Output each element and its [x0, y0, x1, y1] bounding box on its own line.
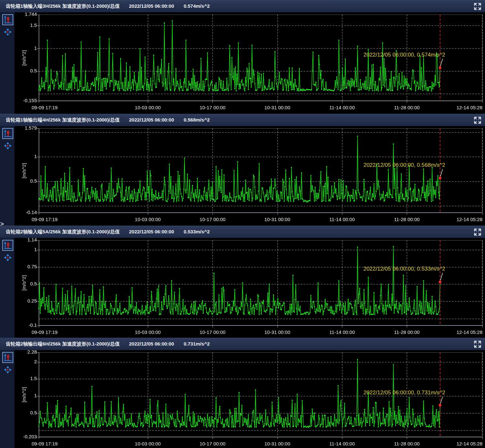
y-axis-unit-label: [m/s^2]	[21, 163, 27, 178]
cursor-annotation: 2022/12/05 06:00:00, 0.731m/s^2	[363, 389, 445, 396]
pan-tool-icon[interactable]	[4, 366, 12, 374]
x-tick-label: 09-09 17:19	[32, 441, 58, 446]
chart-panel-4: 齿轮箱2轴输出端6H/256k 加速度波形(0.1-2000)/总值 2022/…	[0, 338, 485, 448]
x-tick-label: 10-03 00:00	[135, 329, 161, 335]
axis-scale-tool-icon[interactable]	[2, 352, 13, 363]
x-tick-label: 12-14 05:28	[457, 105, 482, 110]
chart-title-bar: 齿轮箱2轴输出端6H/256k 加速度波形(0.1-2000)/总值 2022/…	[0, 338, 485, 350]
trend-plot-canvas[interactable]	[0, 114, 485, 226]
chart-current-value: 0.568m/s^2	[184, 117, 210, 123]
chart-timestamp: 2022/12/05 06:00:00	[129, 229, 174, 234]
y-tick-label: -0.14	[0, 209, 37, 215]
x-tick-label: 12-14 05:28	[457, 329, 482, 335]
x-tick-label: 10-17 00:00	[199, 105, 225, 110]
cursor-annotation: 2022/12/05 06:00:00, 0.568m/s^2	[363, 162, 445, 168]
chart-timestamp: 2022/12/05 06:00:00	[129, 117, 174, 123]
x-tick-label: 10-03 00:00	[135, 441, 161, 446]
x-tick-label: 12-14 05:28	[457, 217, 482, 222]
x-tick-label: 11-28 00:00	[394, 441, 420, 446]
x-tick-label: 10-17 00:00	[199, 329, 225, 335]
x-tick-label: 11-14 00:00	[329, 329, 355, 335]
x-tick-label: 09-09 17:19	[32, 217, 58, 222]
x-tick-label: 10-17 00:00	[199, 441, 225, 446]
y-tick-label: 0.75	[0, 264, 37, 269]
y-tick-label: 1.5	[0, 376, 37, 381]
expand-icon[interactable]	[473, 116, 482, 124]
y-tick-label: -0.203	[0, 434, 37, 439]
pan-tool-icon[interactable]	[4, 142, 12, 150]
cursor-annotation: 2022/12/05 06:00:00, 0.533m/s^2	[363, 266, 445, 272]
axis-scale-tool-icon[interactable]	[2, 240, 13, 251]
chart-panel-3: 齿轮箱2轴输入端5A/256k 加速度波形(0.1-2000)/总值 2022/…	[0, 226, 485, 338]
axis-scale-tool-icon[interactable]	[2, 14, 13, 25]
x-tick-label: 10-17 00:00	[199, 217, 225, 222]
chart-timestamp: 2022/12/05 06:00:00	[129, 341, 174, 347]
x-tick-label: 10-31 00:00	[264, 441, 290, 446]
chart-current-value: 0.533m/s^2	[184, 229, 210, 234]
y-tick-label: 0.5	[0, 178, 37, 184]
x-tick-label: 10-03 00:00	[135, 105, 161, 110]
trend-plot-canvas[interactable]	[0, 226, 485, 338]
pan-tool-icon[interactable]	[4, 28, 12, 36]
y-tick-label: -0.155	[0, 98, 37, 103]
chart-title-bar: 齿轮箱2轴输入端5A/256k 加速度波形(0.1-2000)/总值 2022/…	[0, 226, 485, 238]
y-tick-label: 0.5	[0, 68, 37, 73]
x-tick-label: 10-31 00:00	[264, 217, 290, 222]
chart-title: 齿轮箱1轴输入端3H/256k 加速度波形(0.1-2000)/总值	[6, 3, 120, 9]
y-tick-label: -0.1	[0, 322, 37, 328]
x-tick-label: 11-14 00:00	[329, 217, 355, 222]
y-tick-label: 1	[0, 45, 37, 51]
chart-timestamp: 2022/12/05 06:00:00	[129, 3, 174, 9]
expand-icon[interactable]	[473, 228, 482, 236]
chart-title: 齿轮箱1轴输出端4H/256k 加速度波形(0.1-2000)/总值	[6, 117, 120, 123]
cursor-annotation: 2022/12/05 06:00:00, 0.574m/s^2	[363, 52, 445, 58]
chart-title: 齿轮箱2轴输入端5A/256k 加速度波形(0.1-2000)/总值	[6, 229, 120, 235]
x-tick-label: 11-28 00:00	[394, 105, 420, 110]
x-tick-label: 11-14 00:00	[329, 441, 355, 446]
x-tick-label: 11-28 00:00	[394, 329, 420, 335]
y-tick-label: 0.5	[0, 410, 37, 415]
x-tick-label: 11-14 00:00	[329, 105, 355, 110]
y-tick-label: 0.5	[0, 281, 37, 286]
chart-current-value: 0.574m/s^2	[184, 3, 210, 9]
chart-title-bar: 齿轮箱1轴输入端3H/256k 加速度波形(0.1-2000)/总值 2022/…	[0, 0, 485, 12]
chart-current-value: 0.731m/s^2	[184, 341, 210, 347]
chart-panel-1: 齿轮箱1轴输入端3H/256k 加速度波形(0.1-2000)/总值 2022/…	[0, 0, 485, 114]
expand-icon[interactable]	[473, 340, 482, 348]
x-tick-label: 10-31 00:00	[264, 105, 290, 110]
y-tick-label: 0.25	[0, 298, 37, 304]
y-tick-label: 1	[0, 393, 37, 398]
x-tick-label: 10-03 00:00	[135, 217, 161, 222]
chart-title: 齿轮箱2轴输出端6H/256k 加速度波形(0.1-2000)/总值	[6, 341, 120, 347]
axis-scale-tool-icon[interactable]	[2, 128, 13, 139]
x-tick-label: 10-31 00:00	[264, 329, 290, 335]
collapse-arrow-icon[interactable]: >	[0, 220, 4, 228]
expand-icon[interactable]	[473, 2, 482, 11]
x-tick-label: 09-09 17:19	[32, 329, 58, 335]
y-tick-label: 1	[0, 154, 37, 159]
pan-tool-icon[interactable]	[4, 253, 12, 262]
x-tick-label: 09-09 17:19	[32, 105, 58, 110]
y-axis-unit-label: [m/s^2]	[21, 50, 27, 66]
x-tick-label: 11-28 00:00	[394, 217, 420, 222]
x-tick-label: 12-14 05:28	[457, 441, 482, 446]
chart-panel-2: 齿轮箱1轴输出端4H/256k 加速度波形(0.1-2000)/总值 2022/…	[0, 114, 485, 226]
chart-title-bar: 齿轮箱1轴输出端4H/256k 加速度波形(0.1-2000)/总值 2022/…	[0, 114, 485, 126]
